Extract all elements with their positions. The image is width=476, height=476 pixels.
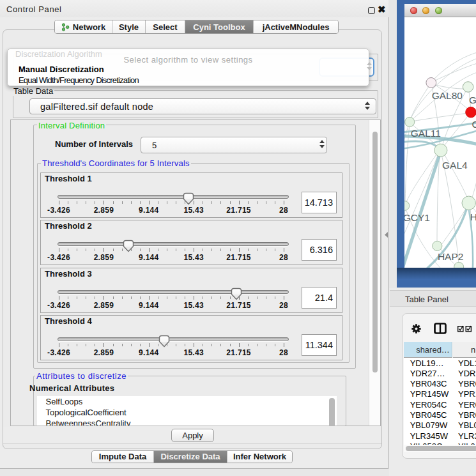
svg-text:GCY1: GCY1: [404, 212, 430, 223]
svg-text:GA: GA: [469, 95, 476, 105]
svg-text:GAL80: GAL80: [432, 90, 463, 101]
svg-text:HAP2: HAP2: [438, 251, 464, 262]
svg-text:GAL4: GAL4: [442, 160, 468, 171]
svg-text:C: C: [472, 119, 476, 130]
svg-text:H: H: [470, 211, 476, 222]
svg-text:GAL11: GAL11: [411, 128, 441, 139]
